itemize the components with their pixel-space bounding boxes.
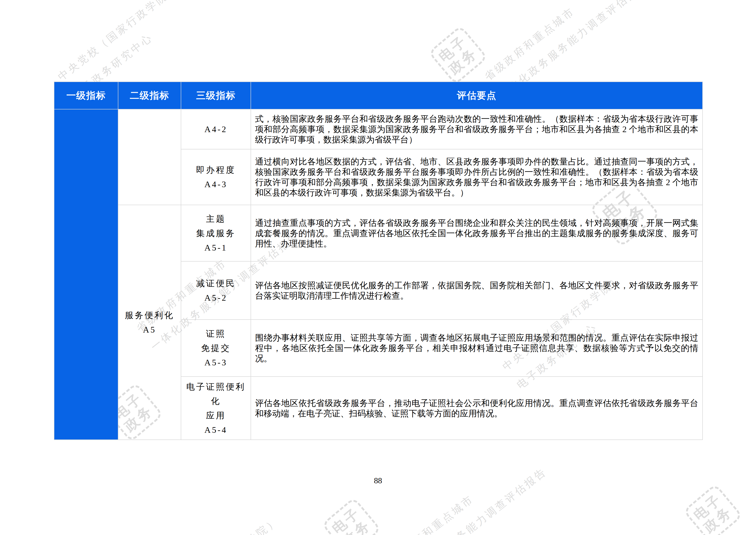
points-cell: 通过横向对比各地区数据的方式，评估省、地市、区县政务服务事项即办件的数量占比。通… xyxy=(251,150,703,205)
points-text: 评估各地区按照减证便民优化服务的工作部署，依据国务院、国务院相关部门、各地区文件… xyxy=(255,280,698,301)
level1-merged-cell xyxy=(54,109,118,440)
points-cell: 式，核验国家政务服务平台和省级政务服务平台跑动次数的一致性和准确性。（数据样本：… xyxy=(251,109,703,150)
watermark-seal: 电子 政务 xyxy=(437,34,479,76)
header-cell-points: 评估要点 xyxy=(251,82,703,109)
watermark-seal: 电子 政务 xyxy=(330,506,373,535)
level3-cell: 证照 免提交 A5-3 xyxy=(181,320,251,377)
e-gov-seal-icon: 电子 政务 xyxy=(321,497,382,535)
document-page: 中央党校（国家行政学院） 电子政务研究中心 电子 政务 省级政府和重点城市 一体… xyxy=(0,0,756,535)
level2-cell-service-convenience: 服务便利化 A5 xyxy=(118,205,181,440)
watermark-line: 电子政务研究中心 xyxy=(172,534,295,535)
watermark-line: 中央党校（国家行政学院） xyxy=(56,0,179,82)
header-cell-level3: 三级指标 xyxy=(181,82,251,109)
points-text: 式，核验国家政务服务平台和省级政务服务平台跑动次数的一致性和准确性。（数据样本：… xyxy=(255,114,698,145)
points-cell: 围绕办事材料关联应用、证照共享等方面，调查各地区拓展电子证照应用场景和范围的情况… xyxy=(251,320,703,377)
watermark-line: 省级政府和重点城市 xyxy=(382,448,534,535)
level3-cell: 主题 集成服务 A5-1 xyxy=(181,205,251,262)
page-number: 88 xyxy=(0,476,756,485)
points-text: 通过横向对比各地区数据的方式，评估省、地市、区县政务服务事项即办件的数量占比。通… xyxy=(255,156,698,198)
e-gov-seal-icon: 电子 政务 xyxy=(428,25,488,85)
watermark-line: 中央党校（国家行政学院） xyxy=(157,516,280,535)
level3-cell: 即办程度 A4-3 xyxy=(181,150,251,205)
points-cell: 通过抽查重点事项的方式，评估各省级政务服务平台围绕企业和群众关注的民生领域，针对… xyxy=(251,205,703,262)
watermark-line: 省级政府和重点城市 xyxy=(483,0,635,82)
header-cell-level2: 二级指标 xyxy=(118,82,181,109)
level2-empty-continuation-cell xyxy=(118,109,181,205)
points-text: 评估各地区依托省级政务服务平台，推动电子证照社会公示和便利化应用情况。重点调查评… xyxy=(255,398,698,419)
points-text: 通过抽查重点事项的方式，评估各省级政务服务平台围绕企业和群众关注的民生领域，针对… xyxy=(255,218,698,249)
points-cell: 评估各地区按照减证便民优化服务的工作部署，依据国务院、国务院相关部门、各地区文件… xyxy=(251,262,703,320)
level3-cell: A4-2 xyxy=(181,109,251,150)
indicator-table: 一级指标 二级指标 三级指标 评估要点 服务便利化 A5 A4-2 即办程度 A… xyxy=(54,82,703,440)
points-text: 围绕办事材料关联应用、证照共享等方面，调查各地区拓展电子证照应用场景和范围的情况… xyxy=(255,332,698,364)
watermark-seal: 电子 政务 xyxy=(691,492,734,535)
points-cell: 评估各地区依托省级政务服务平台，推动电子证照社会公示和便利化应用情况。重点调查评… xyxy=(251,377,703,440)
header-cell-level1: 一级指标 xyxy=(54,82,118,109)
level3-cell: 电子证照便利 化 应用 A5-4 xyxy=(181,377,251,440)
e-gov-seal-icon: 电子 政务 xyxy=(683,483,743,535)
level3-cell: 减证便民 A5-2 xyxy=(181,262,251,320)
